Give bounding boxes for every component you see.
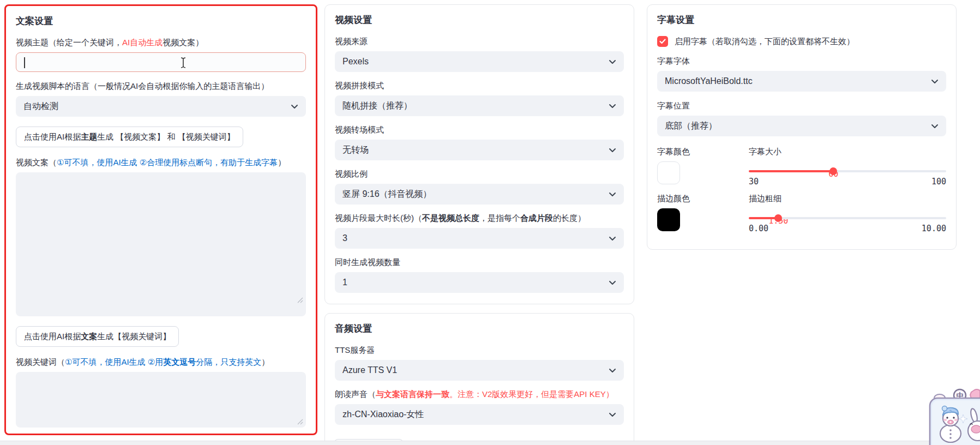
slider-track[interactable] (749, 217, 946, 219)
enable-subtitles-checkbox[interactable] (657, 36, 668, 47)
keywords-label: 视频关键词（①可不填，使用AI生成 ②用英文逗号分隔，只支持英文） (16, 357, 306, 368)
copy-settings-panel: 文案设置 视频主题（给定一个关键词，AI自动生成视频文案） 生成视频脚本的语言（… (4, 4, 317, 435)
video-aspect-select[interactable]: 竖屏 9:16（抖音视频） (335, 184, 624, 205)
resize-handle-icon[interactable] (297, 419, 303, 425)
tts-server-select[interactable]: Azure TTS V1 (335, 360, 624, 381)
chevron-down-icon (931, 79, 939, 84)
video-count-select[interactable]: 1 (335, 272, 624, 293)
stroke-width-label: 描边粗细 (749, 193, 946, 204)
text-cursor-icon (180, 57, 187, 69)
video-source-select[interactable]: Pexels (335, 51, 624, 72)
video-aspect-label: 视频比例 (335, 169, 624, 179)
video-concat-select[interactable]: 随机拼接（推荐） (335, 95, 624, 116)
video-transition-label: 视频转场模式 (335, 124, 624, 135)
audio-settings-panel: 音频设置 TTS服务器 Azure TTS V1 朗读声音（与文案语言保持一致。… (324, 313, 634, 445)
slider-fill (749, 217, 778, 219)
subtitle-size-label: 字幕大小 (749, 146, 946, 157)
generate-keywords-button[interactable]: 点击使用AI根据文案生成【视频关键词】 (16, 326, 179, 347)
subtitle-color-swatch[interactable] (657, 161, 680, 184)
video-count-label: 同时生成视频数量 (335, 257, 624, 268)
slider-track[interactable] (749, 170, 946, 172)
subtitle-position-select[interactable]: 底部（推荐） (657, 116, 946, 136)
chevron-down-icon (931, 124, 939, 129)
clip-duration-label: 视频片段最大时长(秒)（不是视频总长度，是指每个合成片段的长度） (335, 213, 624, 224)
slider-min: 30 (749, 177, 759, 187)
slider-max: 100 (931, 177, 946, 187)
video-transition-select[interactable]: 无转场 (335, 140, 624, 160)
chevron-down-icon (609, 412, 616, 417)
text-caret (24, 57, 25, 68)
topic-label: 视频主题（给定一个关键词，AI自动生成视频文案） (16, 37, 306, 48)
resize-handle-icon[interactable] (297, 297, 303, 303)
chevron-down-icon (609, 59, 616, 64)
subtitle-font-label: 字幕字体 (657, 56, 946, 67)
checkmark-icon (659, 39, 666, 44)
subtitle-font-select[interactable]: MicrosoftYaHeiBold.ttc (657, 71, 946, 92)
topic-input[interactable] (16, 52, 306, 72)
stroke-color-swatch[interactable] (657, 208, 680, 231)
keywords-textarea[interactable] (16, 372, 306, 428)
subtitle-color-label: 字幕颜色 (657, 146, 749, 157)
slider-min: 0.00 (749, 224, 768, 233)
slider-thumb[interactable] (829, 167, 837, 175)
chevron-down-icon (609, 104, 616, 109)
tts-server-label: TTS服务器 (335, 345, 624, 356)
video-settings-panel: 视频设置 视频来源 Pexels 视频拼接模式 随机拼接（推荐） 视频转场模式 … (324, 4, 634, 304)
bottom-divider (0, 441, 980, 445)
subtitle-size-slider[interactable]: 60 30 100 (749, 170, 946, 187)
language-label: 生成视频脚本的语言（一般情况AI会自动根据你输入的主题语言输出） (16, 81, 306, 92)
slider-thumb[interactable] (774, 214, 782, 222)
stroke-width-slider[interactable]: 1.50 0.00 10.00 (749, 217, 946, 233)
slider-max: 10.00 (922, 224, 946, 233)
chevron-down-icon (609, 280, 616, 285)
stroke-color-label: 描边颜色 (657, 193, 749, 204)
voice-label: 朗读声音（与文案语言保持一致。注意：V2版效果更好，但是需要API KEY） (335, 389, 624, 400)
voice-select[interactable]: zh-CN-Xiaoxiao-女性 (335, 404, 624, 425)
audio-settings-title: 音频设置 (335, 322, 624, 335)
subtitle-settings-panel: 字幕设置 启用字幕（若取消勾选，下面的设置都将不生效） 字幕字体 Microso… (647, 4, 957, 250)
subtitle-settings-title: 字幕设置 (657, 14, 946, 26)
clip-duration-select[interactable]: 3 (335, 228, 624, 249)
video-source-label: 视频来源 (335, 36, 624, 47)
chevron-down-icon (291, 104, 298, 109)
script-textarea[interactable] (16, 172, 306, 316)
video-settings-title: 视频设置 (335, 14, 624, 26)
enable-subtitles-label: 启用字幕（若取消勾选，下面的设置都将不生效） (675, 37, 855, 47)
ime-mascot-overlay: 中 (929, 384, 980, 445)
chevron-down-icon (609, 148, 616, 153)
slider-fill (749, 170, 833, 172)
chevron-down-icon (609, 236, 616, 241)
generate-script-and-keywords-button[interactable]: 点击使用AI根据主题生成 【视频文案】 和 【视频关键词】 (16, 127, 243, 147)
video-concat-label: 视频拼接模式 (335, 80, 624, 91)
copy-settings-title: 文案设置 (16, 15, 306, 27)
language-select-value: 自动检测 (23, 101, 58, 112)
chevron-down-icon (609, 192, 616, 197)
language-select[interactable]: 自动检测 (16, 96, 306, 117)
chevron-down-icon (609, 368, 616, 373)
subtitle-position-label: 字幕位置 (657, 100, 946, 111)
script-label: 视频文案（①可不填，使用AI生成 ②合理使用标点断句，有助于生成字幕） (16, 157, 306, 168)
